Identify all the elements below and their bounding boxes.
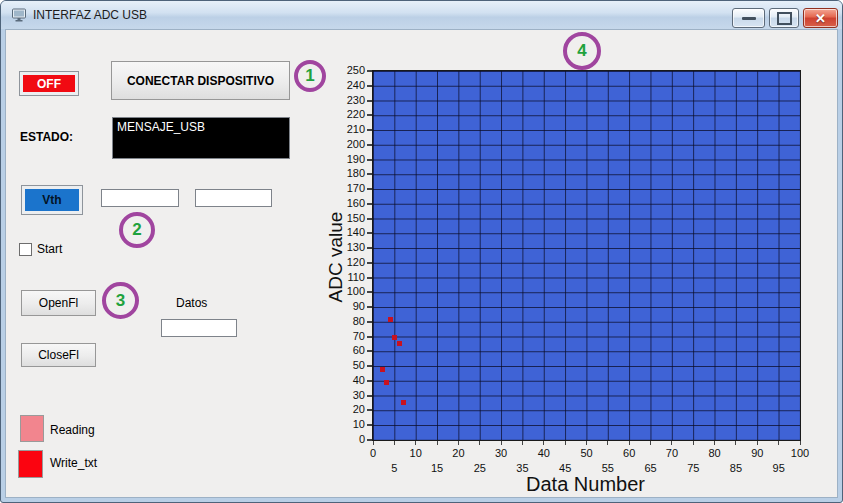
- x-tick-mark: [671, 441, 672, 445]
- vth-aux-input[interactable]: [195, 189, 272, 207]
- y-tick-mark: [367, 218, 372, 220]
- vth-button-label: Vth: [25, 189, 79, 211]
- write-txt-swatch: [18, 450, 43, 478]
- y-tick-mark: [367, 85, 372, 87]
- x-tick-mark: [757, 441, 758, 445]
- data-point: [397, 341, 402, 346]
- x-tick-label: 90: [742, 447, 772, 459]
- y-tick-label: 0: [329, 433, 365, 446]
- datos-input[interactable]: [161, 319, 237, 337]
- y-tick-mark: [367, 409, 372, 411]
- data-point: [380, 367, 385, 372]
- y-tick-mark: [367, 291, 372, 293]
- x-tick-mark: [415, 441, 416, 445]
- checkbox-box-icon: [19, 243, 32, 256]
- y-tick-mark: [367, 129, 372, 131]
- vth-value-input[interactable]: [101, 189, 179, 207]
- x-tick-mark: [778, 441, 779, 445]
- window-title: INTERFAZ ADC USB: [33, 8, 147, 22]
- y-tick-mark: [367, 321, 372, 323]
- connect-device-button[interactable]: CONECTAR DISPOSITIVO: [111, 61, 290, 100]
- x-tick-label: 70: [657, 447, 687, 459]
- y-tick-mark: [367, 395, 372, 397]
- x-tick-mark: [522, 441, 523, 445]
- x-tick-label: 80: [700, 447, 730, 459]
- y-tick-label: 230: [329, 94, 365, 107]
- annotation-badge-2: 2: [119, 212, 155, 248]
- data-point: [388, 317, 393, 322]
- estado-label: ESTADO:: [20, 130, 73, 144]
- x-tick-mark: [586, 441, 587, 445]
- app-window: INTERFAZ ADC USB ✕ OFF CONECTAR DISPOSIT…: [0, 0, 843, 503]
- close-button[interactable]: ✕: [803, 8, 838, 28]
- y-tick-label: 40: [329, 374, 365, 387]
- write-txt-label: Write_txt: [50, 456, 97, 470]
- y-tick-mark: [367, 424, 372, 426]
- off-button[interactable]: OFF: [19, 71, 79, 96]
- x-tick-mark: [714, 441, 715, 445]
- x-tick-mark: [693, 441, 694, 445]
- x-tick-label: 30: [486, 447, 516, 459]
- app-icon: [11, 7, 27, 23]
- y-tick-mark: [367, 380, 372, 382]
- x-tick-mark: [607, 441, 608, 445]
- x-tick-mark: [394, 441, 395, 445]
- reading-swatch: [20, 415, 44, 442]
- y-tick-mark: [367, 203, 372, 205]
- datos-label: Datos: [176, 296, 207, 310]
- annotation-badge-3: 3: [102, 282, 139, 319]
- y-tick-mark: [367, 159, 372, 161]
- y-tick-mark: [367, 277, 372, 279]
- x-tick-mark: [458, 441, 459, 445]
- x-tick-label: 0: [358, 447, 388, 459]
- y-tick-mark: [367, 188, 372, 190]
- y-tick-label: 200: [329, 138, 365, 151]
- y-tick-mark: [367, 70, 372, 72]
- x-tick-mark: [437, 441, 438, 445]
- x-tick-mark: [800, 441, 801, 445]
- y-tick-label: 50: [329, 359, 365, 372]
- y-tick-label: 190: [329, 153, 365, 166]
- y-tick-mark: [367, 100, 372, 102]
- x-tick-label: 10: [401, 447, 431, 459]
- start-checkbox[interactable]: Start: [19, 242, 62, 256]
- start-checkbox-label: Start: [37, 242, 62, 256]
- open-file-button[interactable]: OpenFl: [21, 290, 96, 316]
- x-axis-title: Data Number: [372, 473, 799, 496]
- x-tick-mark: [565, 441, 566, 445]
- x-tick-label: 40: [529, 447, 559, 459]
- y-tick-mark: [367, 306, 372, 308]
- y-tick-mark: [367, 365, 372, 367]
- y-axis-title: ADC value: [325, 177, 347, 337]
- maximize-button[interactable]: [769, 8, 799, 28]
- y-tick-mark: [367, 336, 372, 338]
- close-file-button[interactable]: CloseFl: [21, 343, 96, 367]
- reading-label: Reading: [50, 423, 95, 437]
- minimize-icon: [742, 17, 756, 20]
- vth-button[interactable]: Vth: [21, 185, 83, 215]
- title-bar[interactable]: INTERFAZ ADC USB: [1, 1, 842, 29]
- off-button-label: OFF: [23, 75, 75, 92]
- x-tick-mark: [543, 441, 544, 445]
- form-client-area: OFF CONECTAR DISPOSITIVO 1 ESTADO: MENSA…: [5, 29, 838, 498]
- y-tick-mark: [367, 144, 372, 146]
- x-tick-label: 20: [443, 447, 473, 459]
- y-tick-label: 30: [329, 389, 365, 402]
- y-tick-mark: [367, 247, 372, 249]
- x-tick-mark: [735, 441, 736, 445]
- y-tick-label: 60: [329, 344, 365, 357]
- adc-chart-plot: 0102030405060708090100110120130140150160…: [372, 70, 801, 441]
- minimize-button[interactable]: [732, 8, 765, 28]
- close-icon: ✕: [815, 12, 826, 25]
- y-tick-mark: [367, 114, 372, 116]
- data-point: [401, 400, 406, 405]
- y-tick-mark: [367, 439, 372, 441]
- y-tick-label: 220: [329, 108, 365, 121]
- y-tick-mark: [367, 173, 372, 175]
- maximize-icon: [777, 12, 792, 25]
- y-tick-label: 210: [329, 123, 365, 136]
- annotation-badge-4: 4: [563, 32, 601, 70]
- x-tick-mark: [501, 441, 502, 445]
- data-point: [392, 335, 397, 340]
- x-tick-mark: [629, 441, 630, 445]
